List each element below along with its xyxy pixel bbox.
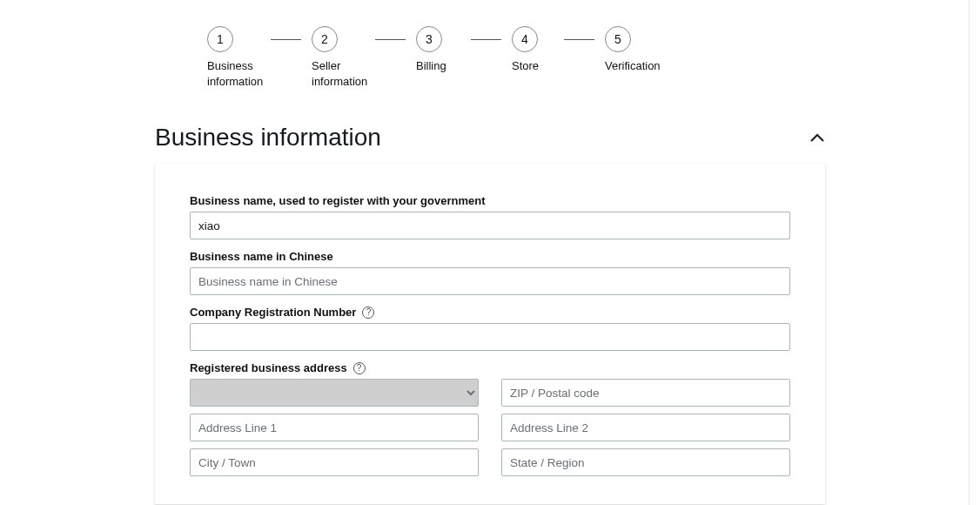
step-connector xyxy=(375,26,416,52)
step-number: 4 xyxy=(512,26,538,52)
step-connector xyxy=(564,26,605,52)
step-connector xyxy=(471,26,512,52)
step-number: 3 xyxy=(416,26,442,52)
page-divider xyxy=(969,0,970,505)
zip-input[interactable] xyxy=(501,379,790,407)
help-icon[interactable]: ? xyxy=(362,306,374,319)
business-name-cn-label: Business name in Chinese xyxy=(190,250,790,263)
progress-stepper: 1 Business information 2 Seller informat… xyxy=(155,26,825,89)
city-input[interactable] xyxy=(190,448,479,476)
step-number: 5 xyxy=(605,26,631,52)
business-info-card: Business name, used to register with you… xyxy=(155,164,825,504)
country-select[interactable] xyxy=(190,379,479,407)
business-name-label: Business name, used to register with you… xyxy=(190,194,790,207)
address-line-1-input[interactable] xyxy=(190,414,479,441)
chevron-up-icon xyxy=(810,130,824,145)
business-name-cn-input[interactable] xyxy=(190,267,790,295)
step-label: Business information xyxy=(207,58,271,89)
step-billing[interactable]: 3 Billing xyxy=(416,26,471,74)
section-title: Business information xyxy=(155,124,381,152)
address-line-2-input[interactable] xyxy=(501,414,790,441)
company-reg-label: Company Registration Number ? xyxy=(190,306,790,319)
registered-address-label: Registered business address ? xyxy=(190,361,790,374)
step-business-information[interactable]: 1 Business information xyxy=(207,26,271,89)
step-verification[interactable]: 5 Verification xyxy=(605,26,683,74)
company-reg-input[interactable] xyxy=(190,323,790,351)
business-name-input[interactable] xyxy=(190,212,790,239)
step-seller-information[interactable]: 2 Seller information xyxy=(312,26,375,89)
step-number: 1 xyxy=(207,26,233,52)
step-label: Verification xyxy=(605,58,661,74)
step-number: 2 xyxy=(312,26,338,52)
step-connector xyxy=(271,26,312,52)
step-label: Store xyxy=(512,58,539,74)
step-label: Billing xyxy=(416,58,446,74)
step-store[interactable]: 4 Store xyxy=(512,26,564,74)
step-label: Seller information xyxy=(312,58,375,89)
collapse-toggle[interactable] xyxy=(809,130,825,145)
state-input[interactable] xyxy=(501,448,790,476)
help-icon[interactable]: ? xyxy=(353,362,366,374)
